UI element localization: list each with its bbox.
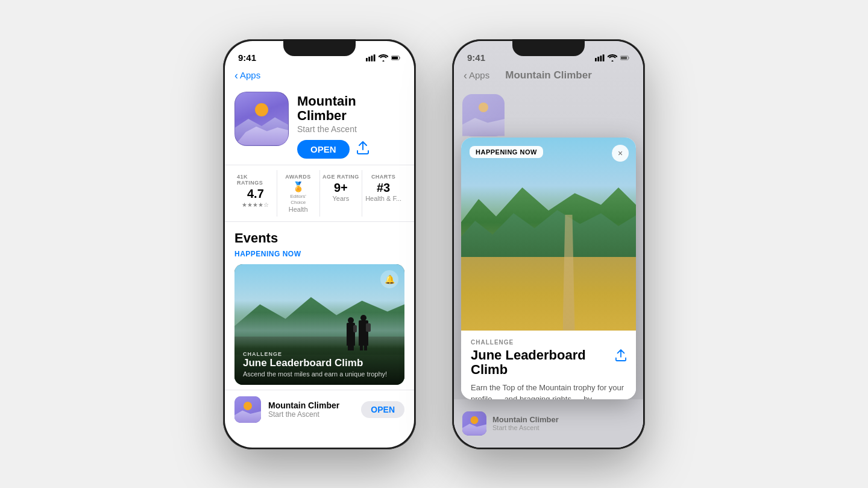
status-icons-right [595,54,630,62]
event-detail-image: HAPPENING NOW × [461,138,636,331]
right-banner-name: Mountain Climber [492,415,635,424]
banner-app-name-left: Mountain Climber [268,401,354,410]
wifi-icon-right [608,54,617,62]
banner-icon-left [234,396,261,423]
back-chevron-right: ‹ [464,70,467,81]
right-banner-sub: Start the Ascent [492,424,635,431]
editors-badge: 🏅 Editors'Choice [290,181,306,206]
signal-icon [366,54,376,62]
svg-rect-1 [368,57,370,62]
age-sub: Years [333,195,350,202]
events-section: Events HAPPENING NOW [225,222,414,390]
event-detail-desc: Earn the Top of the Mountain trophy for … [471,382,626,399]
ratings-row: 41K RATINGS 4.7 ★★★★☆ AWARDS 🏅 Editors'C… [225,165,414,223]
event-detail-type: CHALLENGE [471,339,626,346]
awards-label: AWARDS [285,174,311,180]
open-button-left[interactable]: OPEN [297,140,350,159]
app-actions: OPEN [297,140,404,159]
nav-bar-right: ‹ Apps Mountain Climber [454,68,643,86]
event-card-text: CHALLENGE June Leaderboard Climb Ascend … [234,344,404,385]
notch-right [512,39,585,56]
right-phone: 9:41 ‹ [452,39,645,449]
happening-now-label-left: HAPPENING NOW [234,250,404,258]
app-subtitle-left: Start the Ascent [297,124,404,134]
signal-icon-right [595,54,605,62]
app-icon-left [234,92,289,146]
svg-rect-0 [366,58,368,62]
svg-rect-5 [392,56,398,59]
bg-app-icon-right [462,94,505,136]
banner-info-left: Mountain Climber Start the Ascent [268,401,354,419]
event-detail-title-row: June Leaderboard Climb [471,348,626,377]
event-type-left: CHALLENGE [243,351,396,357]
share-icon-left[interactable] [357,141,369,157]
back-chevron-left: ‹ [234,70,238,81]
close-button[interactable]: × [612,145,629,162]
svg-rect-7 [597,57,599,62]
awards-category: Health [289,206,308,213]
right-phone-bottom: Mountain Climber Start the Ascent [454,399,643,448]
battery-icon [391,54,401,62]
happening-now-badge: HAPPENING NOW [470,146,543,158]
back-button-left[interactable]: ‹ Apps [234,70,260,81]
app-header: Mountain Climber Start the Ascent OPEN [225,86,414,165]
charts-value: #3 [377,181,390,195]
notch-left [283,39,356,56]
back-button-right[interactable]: ‹ Apps [464,70,489,81]
stars: ★★★★☆ [242,201,269,208]
small-app-icon-right [462,411,486,436]
svg-rect-3 [374,54,376,61]
status-icons-left [366,54,401,62]
bottom-banner-left: Mountain Climber Start the Ascent OPEN [225,390,414,429]
time-right: 9:41 [467,52,485,63]
rating-value: 4.7 [247,187,264,201]
left-phone: 9:41 ‹ [223,39,416,449]
svg-rect-9 [603,54,605,61]
events-title: Events [234,230,404,246]
banner-app-sub-left: Start the Ascent [268,410,354,419]
rating-count: 41K RATINGS 4.7 ★★★★☆ [234,170,277,217]
rating-count-label: 41K RATINGS [237,174,274,186]
svg-rect-11 [621,56,627,59]
back-label-left: Apps [240,70,260,80]
event-desc-left: Ascend the most miles and earn a unique … [243,370,396,378]
detail-share-icon[interactable] [615,349,626,364]
editors-choice-text: Editors'Choice [290,194,306,206]
event-detail-title: June Leaderboard Climb [471,348,615,377]
svg-rect-2 [371,55,373,61]
back-label-right: Apps [469,70,489,80]
event-card-left[interactable]: 🔔 CHALLENGE June Leaderboard Climb Ascen… [234,264,404,385]
event-title-left: June Leaderboard Climb [243,357,396,369]
rating-age: AGE RATING 9+ Years [320,170,363,217]
right-nav-title: Mountain Climber [505,69,592,81]
battery-icon-right [620,54,630,62]
ground-layer [461,257,636,331]
event-detail-card: HAPPENING NOW × CHALLENGE June Leaderboa… [461,138,636,399]
charts-sub: Health & F... [365,195,401,202]
rating-charts: CHARTS #3 Health & F... [362,170,404,217]
svg-rect-6 [595,58,597,62]
age-value: 9+ [334,181,348,195]
banner-open-button-left[interactable]: OPEN [361,401,404,418]
age-label: AGE RATING [322,174,359,180]
app-name-left: Mountain Climber [297,94,404,123]
nav-bar-left: ‹ Apps [225,68,414,86]
rating-awards: AWARDS 🏅 Editors'Choice Health [277,170,320,217]
right-banner-info: Mountain Climber Start the Ascent [492,415,635,431]
charts-label: CHARTS [371,174,396,180]
editors-icon: 🏅 [290,181,306,194]
time-left: 9:41 [238,52,256,63]
app-info: Mountain Climber Start the Ascent OPEN [297,92,404,159]
wifi-icon [379,54,388,62]
event-detail-body: CHALLENGE June Leaderboard Climb Earn th… [461,331,636,399]
svg-rect-8 [600,55,602,61]
